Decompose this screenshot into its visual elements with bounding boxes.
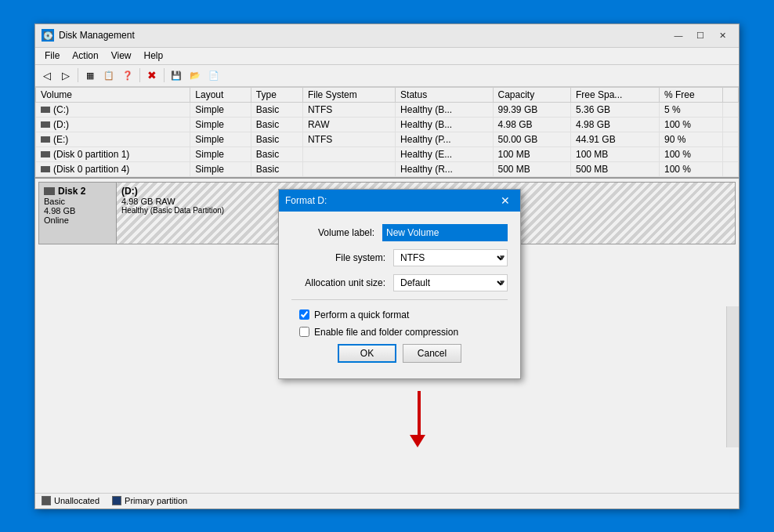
quick-format-label: Perform a quick format	[314, 309, 409, 320]
dialog-title: Format D:	[285, 195, 497, 206]
file-system-select-wrapper: NTFS FAT32 exFAT ▼	[393, 249, 508, 266]
quick-format-checkbox[interactable]	[299, 309, 309, 320]
ok-button[interactable]: OK	[338, 344, 396, 363]
compression-checkbox[interactable]	[299, 327, 309, 337]
alloc-unit-select-wrapper: Default 512 1024 2048 4096 ▼	[393, 274, 508, 291]
quick-format-row: Perform a quick format	[291, 309, 508, 320]
arrow-head	[410, 435, 425, 447]
dialog-body: Volume label: File system: NTFS FAT32 ex…	[279, 212, 520, 378]
volume-label-row: Volume label:	[291, 224, 508, 241]
dialog-separator	[291, 299, 508, 300]
dialog-close-button[interactable]: ✕	[497, 193, 514, 208]
cancel-button[interactable]: Cancel	[403, 344, 461, 363]
compression-row: Enable file and folder compression	[291, 327, 508, 338]
compression-label: Enable file and folder compression	[314, 327, 458, 338]
format-dialog: Format D: ✕ Volume label: File system: N…	[278, 189, 521, 379]
main-window: 💽 Disk Management — ☐ ✕ File Action View…	[34, 24, 740, 509]
file-system-row: File system: NTFS FAT32 exFAT ▼	[291, 249, 508, 266]
dialog-title-bar: Format D: ✕	[279, 190, 520, 212]
volume-label-text: Volume label:	[291, 227, 382, 238]
arrow-line	[418, 391, 421, 438]
volume-label-input[interactable]	[382, 224, 508, 241]
dialog-overlay: Format D: ✕ Volume label: File system: N…	[35, 24, 739, 508]
file-system-label-text: File system:	[291, 252, 393, 263]
alloc-unit-row: Allocation unit size: Default 512 1024 2…	[291, 274, 508, 291]
alloc-unit-select[interactable]: Default 512 1024 2048 4096	[393, 274, 508, 291]
dialog-buttons: OK Cancel	[291, 344, 508, 366]
file-system-select[interactable]: NTFS FAT32 exFAT	[393, 249, 508, 266]
alloc-unit-label-text: Allocation unit size:	[291, 277, 393, 288]
